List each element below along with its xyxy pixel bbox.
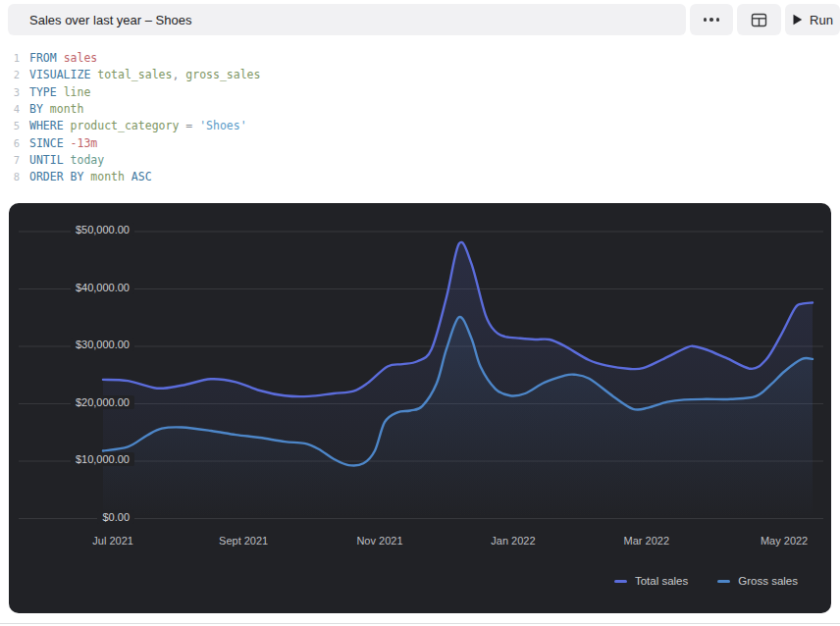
more-options-button[interactable] bbox=[690, 4, 733, 35]
code-line: 5WHERE product_category = 'Shoes' bbox=[0, 118, 687, 134]
legend-item-total-sales[interactable]: Total sales bbox=[614, 575, 688, 587]
table-layout-icon bbox=[751, 12, 767, 28]
line-number: 7 bbox=[0, 152, 20, 169]
play-icon bbox=[792, 14, 803, 26]
code-line: 4BY month bbox=[0, 101, 687, 118]
code-text: FROM sales bbox=[29, 50, 97, 67]
line-number: 4 bbox=[0, 101, 20, 118]
table-view-button[interactable] bbox=[737, 4, 781, 35]
ellipsis-icon bbox=[709, 18, 713, 22]
code-text: VISUALIZE total_sales, gross_sales bbox=[29, 67, 260, 83]
code-text: WHERE product_category = 'Shoes' bbox=[29, 118, 247, 134]
line-number: 6 bbox=[0, 135, 20, 152]
ellipsis-icon bbox=[704, 18, 708, 22]
code-text: SINCE -13m bbox=[29, 135, 97, 152]
code-line: 8ORDER BY month ASC bbox=[0, 169, 687, 185]
legend-label: Gross sales bbox=[738, 575, 798, 587]
code-text: BY month bbox=[29, 101, 83, 118]
legend-item-gross-sales[interactable]: Gross sales bbox=[717, 575, 798, 587]
page-title: Sales over last year – Shoes bbox=[29, 13, 191, 27]
line-number: 8 bbox=[0, 169, 20, 185]
line-number: 2 bbox=[0, 67, 20, 83]
run-button-label: Run bbox=[810, 13, 833, 27]
line-number: 3 bbox=[0, 84, 20, 101]
legend-label: Total sales bbox=[635, 575, 688, 587]
code-line: 6SINCE -13m bbox=[0, 135, 687, 152]
query-title-bar[interactable]: Sales over last year – Shoes bbox=[8, 4, 686, 35]
query-editor[interactable]: 1FROM sales2VISUALIZE total_sales, gross… bbox=[0, 50, 687, 186]
run-button[interactable]: Run bbox=[785, 4, 840, 35]
chart-svg bbox=[9, 203, 831, 613]
legend: Total salesGross sales bbox=[614, 575, 798, 587]
ellipsis-icon bbox=[716, 18, 720, 22]
line-number: 5 bbox=[0, 118, 20, 134]
chart-card: $50,000.00$40,000.00$30,000.00$20,000.00… bbox=[9, 203, 831, 613]
line-number: 1 bbox=[0, 50, 20, 67]
code-text: ORDER BY month ASC bbox=[29, 169, 152, 185]
code-line: 3TYPE line bbox=[0, 84, 687, 101]
code-text: TYPE line bbox=[29, 84, 90, 101]
legend-dash-icon bbox=[717, 580, 730, 583]
code-line: 2VISUALIZE total_sales, gross_sales bbox=[0, 67, 687, 83]
code-line: 7UNTIL today bbox=[0, 152, 687, 169]
code-line: 1FROM sales bbox=[0, 50, 687, 67]
bottom-divider bbox=[0, 623, 840, 624]
code-text: UNTIL today bbox=[29, 152, 104, 169]
legend-dash-icon bbox=[614, 580, 627, 583]
